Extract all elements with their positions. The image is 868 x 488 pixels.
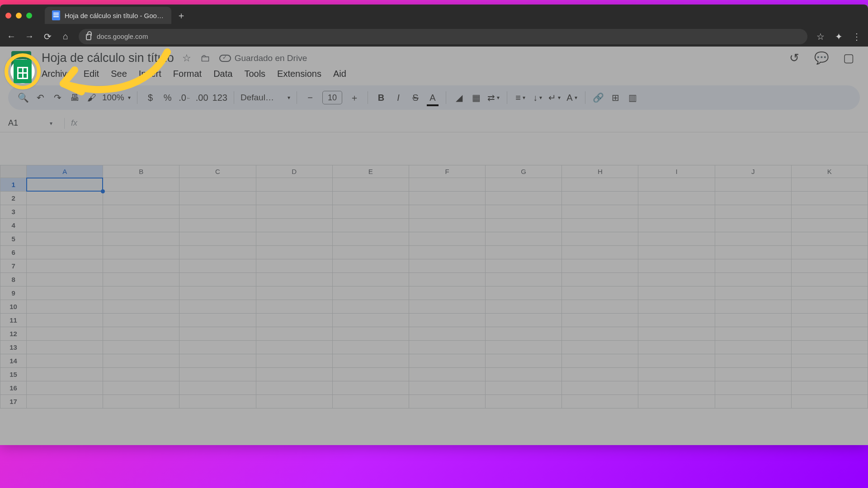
- cell-H15[interactable]: [562, 368, 638, 381]
- cell-A2[interactable]: [27, 192, 103, 205]
- row-header-3[interactable]: 3: [0, 205, 27, 219]
- cell-K6[interactable]: [791, 246, 868, 259]
- formula-input[interactable]: [77, 114, 868, 132]
- cell-A17[interactable]: [27, 395, 103, 408]
- cell-A15[interactable]: [27, 368, 103, 381]
- fill-color-button[interactable]: ◢: [453, 91, 466, 104]
- cell-B8[interactable]: [103, 273, 179, 286]
- cell-F1[interactable]: [409, 178, 485, 192]
- cell-H2[interactable]: [562, 192, 638, 205]
- cell-A14[interactable]: [27, 354, 103, 368]
- cell-K5[interactable]: [791, 232, 868, 246]
- column-header-C[interactable]: C: [179, 165, 256, 178]
- cell-I12[interactable]: [638, 327, 715, 341]
- cell-G13[interactable]: [486, 341, 562, 354]
- search-menus-icon[interactable]: 🔍: [16, 91, 30, 104]
- cell-C4[interactable]: [179, 219, 256, 232]
- row-header-7[interactable]: 7: [0, 259, 27, 273]
- column-header-B[interactable]: B: [103, 165, 179, 178]
- cell-J15[interactable]: [715, 368, 791, 381]
- menu-edit[interactable]: Edit: [84, 69, 99, 79]
- cell-D1[interactable]: [256, 178, 332, 192]
- cell-K12[interactable]: [791, 327, 868, 341]
- cell-F4[interactable]: [409, 219, 485, 232]
- horizontal-align-button[interactable]: ≡: [514, 91, 527, 104]
- cell-B14[interactable]: [103, 354, 179, 368]
- bold-button[interactable]: B: [374, 91, 388, 104]
- cell-A8[interactable]: [27, 273, 103, 286]
- cell-H11[interactable]: [562, 314, 638, 327]
- cell-J1[interactable]: [715, 178, 791, 192]
- text-color-button[interactable]: A: [426, 91, 439, 104]
- column-header-A[interactable]: A: [27, 165, 103, 178]
- insert-chart-button[interactable]: ▥: [626, 91, 640, 104]
- cell-G7[interactable]: [486, 259, 562, 273]
- cell-K1[interactable]: [791, 178, 868, 192]
- cell-I17[interactable]: [638, 395, 715, 408]
- cell-B7[interactable]: [103, 259, 179, 273]
- cell-G10[interactable]: [486, 300, 562, 314]
- doc-title[interactable]: Hoja de cálculo sin título: [42, 51, 174, 65]
- cell-K4[interactable]: [791, 219, 868, 232]
- cell-K13[interactable]: [791, 341, 868, 354]
- cell-E13[interactable]: [332, 341, 409, 354]
- increase-decimal-button[interactable]: .00: [195, 91, 209, 104]
- cell-E3[interactable]: [332, 205, 409, 219]
- cell-C10[interactable]: [179, 300, 256, 314]
- cell-I10[interactable]: [638, 300, 715, 314]
- cell-F5[interactable]: [409, 232, 485, 246]
- cell-J7[interactable]: [715, 259, 791, 273]
- cell-K2[interactable]: [791, 192, 868, 205]
- cell-J12[interactable]: [715, 327, 791, 341]
- cell-G8[interactable]: [486, 273, 562, 286]
- row-header-5[interactable]: 5: [0, 232, 27, 246]
- column-header-H[interactable]: H: [562, 165, 638, 178]
- cell-H4[interactable]: [562, 219, 638, 232]
- cell-C17[interactable]: [179, 395, 256, 408]
- cell-D6[interactable]: [256, 246, 332, 259]
- cell-E2[interactable]: [332, 192, 409, 205]
- insert-comment-button[interactable]: ⊞: [609, 91, 623, 104]
- cell-E5[interactable]: [332, 232, 409, 246]
- cell-D7[interactable]: [256, 259, 332, 273]
- cell-B11[interactable]: [103, 314, 179, 327]
- cell-I16[interactable]: [638, 381, 715, 395]
- cell-K16[interactable]: [791, 381, 868, 395]
- version-history-icon[interactable]: ↺: [788, 51, 801, 65]
- cell-F8[interactable]: [409, 273, 485, 286]
- cell-J16[interactable]: [715, 381, 791, 395]
- address-bar[interactable]: docs.google.com: [79, 29, 807, 44]
- cell-G2[interactable]: [486, 192, 562, 205]
- cell-H5[interactable]: [562, 232, 638, 246]
- cell-C14[interactable]: [179, 354, 256, 368]
- cell-H6[interactable]: [562, 246, 638, 259]
- cell-G4[interactable]: [486, 219, 562, 232]
- cell-D12[interactable]: [256, 327, 332, 341]
- row-header-9[interactable]: 9: [0, 286, 27, 300]
- cell-D15[interactable]: [256, 368, 332, 381]
- cell-H7[interactable]: [562, 259, 638, 273]
- cell-C11[interactable]: [179, 314, 256, 327]
- text-rotation-button[interactable]: A: [565, 91, 579, 104]
- cell-K8[interactable]: [791, 273, 868, 286]
- cell-A1[interactable]: [27, 178, 103, 192]
- drive-save-status[interactable]: Guardado en Drive: [219, 53, 307, 63]
- cell-D10[interactable]: [256, 300, 332, 314]
- meet-icon[interactable]: ▢: [842, 51, 855, 65]
- window-minimize-button[interactable]: [16, 13, 22, 19]
- extensions-icon[interactable]: ✦: [834, 32, 844, 42]
- row-header-4[interactable]: 4: [0, 219, 27, 232]
- column-header-E[interactable]: E: [332, 165, 409, 178]
- cell-B10[interactable]: [103, 300, 179, 314]
- cell-G1[interactable]: [486, 178, 562, 192]
- cell-A7[interactable]: [27, 259, 103, 273]
- cell-B6[interactable]: [103, 246, 179, 259]
- cell-A3[interactable]: [27, 205, 103, 219]
- undo-button[interactable]: ↶: [33, 91, 47, 104]
- cell-D17[interactable]: [256, 395, 332, 408]
- cell-F3[interactable]: [409, 205, 485, 219]
- cell-I6[interactable]: [638, 246, 715, 259]
- cell-I15[interactable]: [638, 368, 715, 381]
- row-header-11[interactable]: 11: [0, 314, 27, 327]
- decrease-decimal-button[interactable]: .0←: [178, 91, 192, 104]
